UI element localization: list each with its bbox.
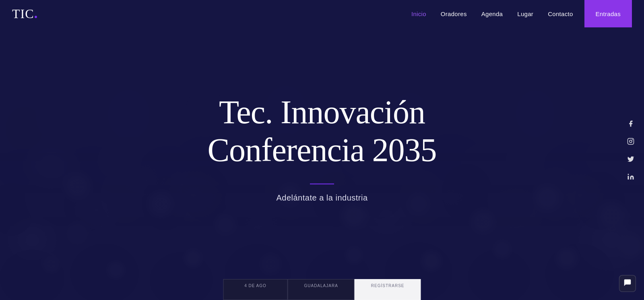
linkedin-icon[interactable] [626,172,635,181]
location-value [304,290,338,296]
nav-link-inicio[interactable]: Inicio [404,10,433,17]
navbar: TIC . Inicio Oradores Agenda Lugar Conta… [0,0,644,27]
facebook-icon[interactable] [626,119,635,128]
hero-content: Tec. Innovación Conferencia 2035 Adelánt… [141,93,503,203]
instagram-icon[interactable] [626,137,635,146]
register-card[interactable]: Regístrarse [355,279,421,300]
social-icons [626,119,635,181]
hero-title: Tec. Innovación Conferencia 2035 [141,93,503,169]
nav-link-contacto[interactable]: Contacto [541,10,580,17]
entradas-button[interactable]: Entradas [584,0,632,27]
svg-point-61 [628,174,629,175]
register-label: Regístrarse [371,283,405,288]
nav-links: Inicio Oradores Agenda Lugar Contacto En… [404,0,632,27]
hero-divider [310,184,334,184]
location-label: GUADALAJARA [304,283,338,288]
hero-title-line1: Tec. Innovación [219,93,425,130]
register-value [371,290,405,296]
logo-text: TIC [12,6,34,21]
nav-link-oradores[interactable]: Oradores [433,10,474,17]
bottom-bar: 4 DE AGO GUADALAJARA Regístrarse [223,279,421,300]
date-label: 4 DE AGO [239,283,271,288]
twitter-icon[interactable] [626,155,635,163]
chat-button[interactable] [619,275,636,292]
chat-icon [623,278,632,289]
logo-dot: . [34,6,38,21]
svg-point-59 [630,140,632,143]
hero-subtitle: Adelántate a la industria [141,193,503,203]
svg-rect-58 [628,138,634,144]
date-card: 4 DE AGO [223,279,287,300]
date-value [239,290,271,296]
logo[interactable]: TIC . [12,6,38,21]
hero-title-line2: Conferencia 2035 [207,132,436,168]
location-card: GUADALAJARA [287,279,354,300]
nav-link-agenda[interactable]: Agenda [474,10,510,17]
svg-point-60 [632,139,633,140]
nav-link-lugar[interactable]: Lugar [510,10,541,17]
